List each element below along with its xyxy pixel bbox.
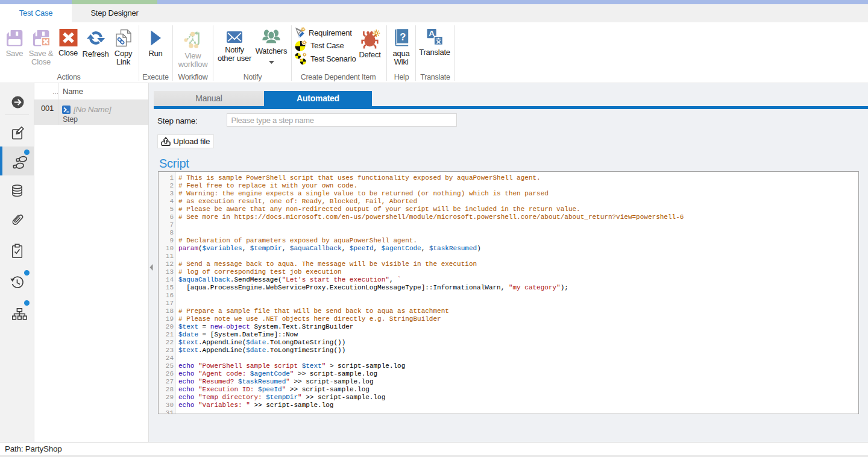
svg-text:?: ? bbox=[400, 31, 406, 42]
